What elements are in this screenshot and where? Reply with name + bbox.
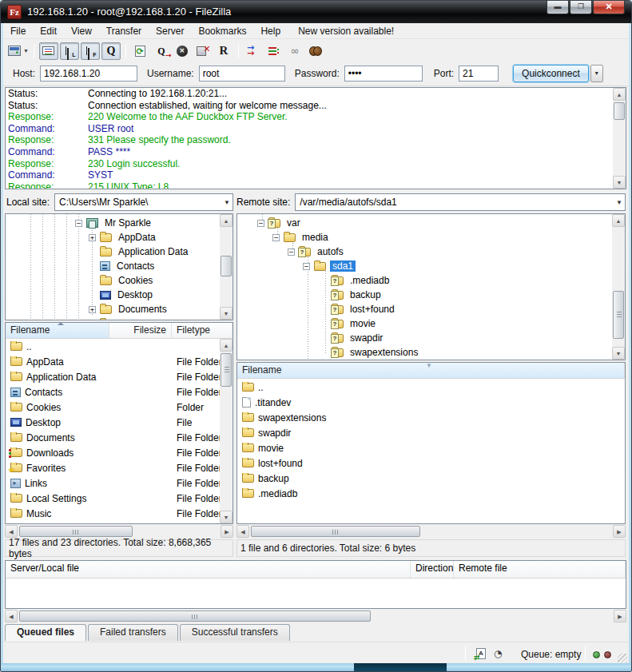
local-tree-vertical-scrollbar[interactable]: ▲ ▼ — [220, 214, 233, 320]
message-log[interactable]: Status:Connecting to 192.168.1.20:21... … — [5, 87, 626, 189]
password-input[interactable] — [344, 66, 423, 82]
column-header-server-local-file[interactable]: Server/Local file — [6, 561, 411, 578]
local-list-horizontal-scrollbar[interactable]: ◀ ▶ — [5, 525, 233, 538]
port-input[interactable] — [459, 66, 499, 82]
collapse-expander[interactable] — [75, 220, 82, 227]
username-input[interactable] — [199, 66, 285, 82]
scrollbar-thumb[interactable] — [19, 526, 133, 537]
remote-file-list[interactable]: ▼Filename .. .titandev swapextensions sw… — [237, 362, 626, 524]
column-header-direction[interactable]: Direction — [411, 561, 454, 578]
transfer-queue[interactable]: Server/Local file Direction Remote file — [5, 560, 626, 609]
file-row[interactable]: LinksFile Folder — [6, 475, 233, 491]
tree-item-application-data[interactable]: Application Data — [100, 245, 190, 259]
process-queue-button[interactable]: Q — [152, 42, 171, 60]
scroll-right-icon[interactable]: ▶ — [613, 525, 626, 538]
collapse-expander[interactable] — [257, 220, 264, 227]
tree-item-documents[interactable]: Documents — [89, 302, 169, 316]
scrollbar-thumb[interactable] — [614, 102, 625, 120]
combo-dropdown-icon[interactable]: ▼ — [224, 199, 230, 206]
directory-comparison-button[interactable] — [244, 42, 263, 60]
scrollbar-thumb[interactable] — [221, 353, 232, 387]
menu-server[interactable]: Server — [149, 24, 191, 38]
tab-failed-transfers[interactable]: Failed transfers — [88, 624, 178, 641]
disconnect-button[interactable] — [193, 42, 213, 60]
scroll-left-icon[interactable]: ◀ — [5, 610, 18, 622]
file-row[interactable]: MusicFile Folder — [6, 506, 233, 521]
scroll-up-icon[interactable]: ▲ — [612, 214, 625, 227]
toggle-log-button[interactable] — [39, 42, 58, 60]
remote-tree[interactable]: var media autofs sda1 .mediadb backup lo… — [237, 213, 626, 360]
comparison-listing-button[interactable] — [264, 42, 284, 60]
scroll-right-icon[interactable]: ▶ — [614, 610, 626, 622]
tab-queued-files[interactable]: Queued files — [5, 624, 86, 641]
file-row[interactable]: swapextensions — [237, 410, 625, 425]
tree-item-desktop[interactable]: Desktop — [100, 288, 155, 302]
resize-grip[interactable] — [618, 654, 627, 663]
tree-item-mr-sparkle[interactable]: Mr Sparkle — [75, 216, 153, 230]
reconnect-button[interactable]: R — [214, 42, 233, 60]
refresh-button[interactable] — [131, 42, 150, 60]
tree-item-contacts[interactable]: Contacts — [100, 259, 157, 273]
log-vertical-scrollbar[interactable]: ▲ ▼ — [613, 88, 626, 189]
tree-item-sda1[interactable]: sda1 — [303, 259, 356, 273]
toggle-remote-tree-button[interactable]: F — [81, 42, 100, 60]
file-row[interactable]: .. — [237, 380, 625, 395]
column-header-remote-file[interactable]: Remote file — [454, 561, 626, 578]
tab-successful-transfers[interactable]: Successful transfers — [180, 624, 290, 641]
scroll-down-icon[interactable]: ▼ — [220, 307, 233, 320]
file-row[interactable]: FavoritesFile Folder — [6, 460, 233, 475]
quickconnect-button[interactable]: Quickconnect — [513, 65, 589, 82]
file-row[interactable]: movie — [237, 440, 625, 455]
file-row[interactable]: .titandev — [237, 395, 625, 410]
file-row[interactable]: DocumentsFile Folder — [6, 430, 233, 445]
scrollbar-thumb[interactable] — [251, 526, 420, 537]
tree-item-media[interactable]: media — [272, 230, 331, 245]
tree-item-autofs[interactable]: autofs — [288, 245, 346, 259]
remote-site-combobox[interactable]: /var/media/autofs/sda1 ▼ — [295, 193, 626, 211]
scroll-up-icon[interactable]: ▲ — [613, 88, 626, 101]
scrollbar-thumb[interactable] — [221, 256, 232, 276]
tree-item-lost-found[interactable]: lost+found — [332, 302, 397, 316]
maximize-button[interactable]: ❐ — [570, 1, 592, 14]
file-row[interactable]: ContactsFile Folder — [6, 384, 233, 400]
tree-item-appdata[interactable]: AppData — [89, 230, 158, 245]
collapse-expander[interactable] — [288, 249, 295, 256]
scroll-left-icon[interactable]: ◀ — [237, 525, 249, 538]
expand-expander[interactable] — [89, 234, 96, 241]
column-header-filesize[interactable]: Filesize — [109, 323, 172, 338]
file-row[interactable]: DownloadsFile Folder — [6, 445, 233, 460]
close-button[interactable]: ✕ — [593, 1, 625, 14]
find-files-button[interactable] — [306, 42, 325, 60]
local-file-list[interactable]: Filename Filesize Filetype .. AppDataFil… — [5, 322, 233, 524]
file-row[interactable]: .mediadb — [237, 486, 625, 501]
scrollbar-thumb[interactable] — [19, 610, 371, 622]
file-row[interactable]: AppDataFile Folder — [6, 354, 233, 369]
tree-item-dvd[interactable]: dvd — [303, 358, 339, 360]
scroll-right-icon[interactable]: ▶ — [221, 525, 233, 538]
file-row[interactable]: lost+found — [237, 455, 625, 471]
toggle-local-tree-button[interactable]: L — [60, 42, 79, 60]
menu-transfer[interactable]: Transfer — [99, 24, 149, 38]
expand-expander[interactable] — [89, 306, 96, 313]
local-tree[interactable]: Mr Sparkle AppData Application Data Cont… — [5, 213, 233, 320]
speed-limit-icon[interactable]: ◔ — [494, 649, 502, 658]
file-row[interactable]: swapdir — [237, 425, 625, 440]
collapse-expander[interactable] — [272, 234, 280, 241]
file-row[interactable]: Application DataFile Folder — [6, 369, 233, 384]
remote-list-horizontal-scrollbar[interactable]: ◀ ▶ — [237, 525, 626, 538]
tree-item-backup[interactable]: backup — [332, 288, 384, 302]
tree-item-var[interactable]: var — [257, 216, 303, 230]
menu-help[interactable]: Help — [253, 24, 288, 38]
menu-new-version[interactable]: New version available! — [291, 24, 401, 38]
tree-item-mediadb[interactable]: .mediadb — [332, 273, 392, 288]
menu-edit[interactable]: Edit — [33, 24, 64, 38]
title-bar[interactable]: Fz 192.168.1.20 - root@192.168.1.20 - Fi… — [1, 1, 631, 23]
scrollbar-thumb[interactable] — [613, 291, 624, 339]
site-manager-button[interactable]: ▼ — [8, 42, 29, 60]
transfer-type-icon[interactable] — [476, 648, 486, 659]
scroll-down-icon[interactable]: ▼ — [612, 347, 625, 360]
scroll-down-icon[interactable]: ▼ — [220, 511, 233, 523]
file-row[interactable]: DesktopFile — [6, 415, 233, 430]
scroll-up-icon[interactable]: ▲ — [220, 339, 233, 352]
minimize-button[interactable]: ▬ — [547, 1, 569, 14]
